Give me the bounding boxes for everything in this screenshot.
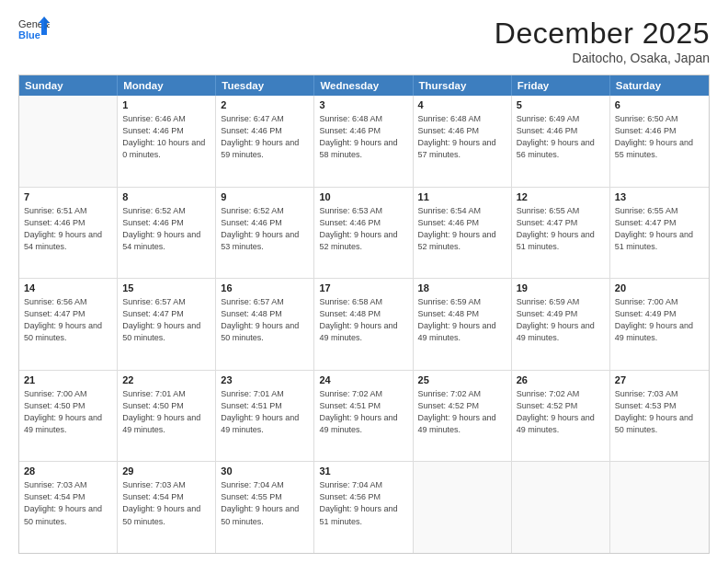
cal-header-day-monday: Monday [118,75,216,96]
cal-cell: 17 Sunrise: 6:58 AM Sunset: 4:48 PM Dayl… [314,279,413,370]
cell-info: Sunrise: 7:00 AM Sunset: 4:49 PM Dayligh… [615,296,704,344]
title-block: December 2025 Daitocho, Osaka, Japan [495,17,710,65]
cal-cell: 24 Sunrise: 7:02 AM Sunset: 4:51 PM Dayl… [314,371,413,462]
cal-cell: 20 Sunrise: 7:00 AM Sunset: 4:49 PM Dayl… [610,279,709,370]
cal-cell: 10 Sunrise: 6:53 AM Sunset: 4:46 PM Dayl… [314,188,413,279]
cell-day-number: 28 [24,465,112,477]
logo: General Blue [18,17,50,42]
cell-day-number: 8 [122,191,210,202]
cell-info: Sunrise: 6:57 AM Sunset: 4:48 PM Dayligh… [221,296,309,344]
cell-day-number: 26 [517,374,605,385]
cell-info: Sunrise: 7:04 AM Sunset: 4:55 PM Dayligh… [221,479,309,527]
cell-info: Sunrise: 6:47 AM Sunset: 4:46 PM Dayligh… [221,113,309,161]
cal-header-day-saturday: Saturday [610,75,709,96]
cell-info: Sunrise: 6:52 AM Sunset: 4:46 PM Dayligh… [221,205,309,253]
cell-info: Sunrise: 7:00 AM Sunset: 4:50 PM Dayligh… [24,388,112,436]
cal-week-5: 28 Sunrise: 7:03 AM Sunset: 4:54 PM Dayl… [19,462,709,553]
cal-cell: 29 Sunrise: 7:03 AM Sunset: 4:54 PM Dayl… [118,462,216,553]
cell-info: Sunrise: 7:03 AM Sunset: 4:53 PM Dayligh… [615,388,704,436]
cal-cell: 22 Sunrise: 7:01 AM Sunset: 4:50 PM Dayl… [118,371,216,462]
cal-cell [610,462,709,553]
cell-info: Sunrise: 7:01 AM Sunset: 4:51 PM Dayligh… [221,388,309,436]
cal-cell: 12 Sunrise: 6:55 AM Sunset: 4:47 PM Dayl… [512,188,610,279]
cell-info: Sunrise: 7:03 AM Sunset: 4:54 PM Dayligh… [24,479,112,527]
cal-cell: 25 Sunrise: 7:02 AM Sunset: 4:52 PM Dayl… [414,371,512,462]
cell-day-number: 27 [615,374,704,385]
cal-cell [512,462,610,553]
cell-info: Sunrise: 6:59 AM Sunset: 4:49 PM Dayligh… [517,296,605,344]
cell-info: Sunrise: 6:59 AM Sunset: 4:48 PM Dayligh… [418,296,506,344]
cell-day-number: 11 [418,191,506,202]
cal-week-1: 1 Sunrise: 6:46 AM Sunset: 4:46 PM Dayli… [19,96,709,188]
title-month: December 2025 [495,17,710,51]
cell-info: Sunrise: 6:48 AM Sunset: 4:46 PM Dayligh… [418,113,506,161]
cell-day-number: 14 [24,282,112,293]
cell-day-number: 17 [319,282,407,293]
cal-cell: 5 Sunrise: 6:49 AM Sunset: 4:46 PM Dayli… [512,96,610,187]
cell-info: Sunrise: 6:55 AM Sunset: 4:47 PM Dayligh… [615,205,704,253]
cell-info: Sunrise: 6:55 AM Sunset: 4:47 PM Dayligh… [517,205,605,253]
cal-week-3: 14 Sunrise: 6:56 AM Sunset: 4:47 PM Dayl… [19,279,709,371]
calendar-body: 1 Sunrise: 6:46 AM Sunset: 4:46 PM Dayli… [19,96,709,553]
cal-cell: 13 Sunrise: 6:55 AM Sunset: 4:47 PM Dayl… [610,188,709,279]
cell-info: Sunrise: 6:54 AM Sunset: 4:46 PM Dayligh… [418,205,506,253]
cal-cell: 9 Sunrise: 6:52 AM Sunset: 4:46 PM Dayli… [216,188,314,279]
cell-info: Sunrise: 6:52 AM Sunset: 4:46 PM Dayligh… [122,205,210,253]
cell-day-number: 25 [418,374,506,385]
cal-week-2: 7 Sunrise: 6:51 AM Sunset: 4:46 PM Dayli… [19,188,709,280]
cell-day-number: 10 [319,191,407,202]
cal-cell: 2 Sunrise: 6:47 AM Sunset: 4:46 PM Dayli… [216,96,314,187]
cal-header-day-wednesday: Wednesday [314,75,413,96]
cal-cell: 26 Sunrise: 7:02 AM Sunset: 4:52 PM Dayl… [512,371,610,462]
cal-header-day-tuesday: Tuesday [216,75,314,96]
cell-info: Sunrise: 6:53 AM Sunset: 4:46 PM Dayligh… [319,205,407,253]
cell-day-number: 21 [24,374,112,385]
cal-cell: 11 Sunrise: 6:54 AM Sunset: 4:46 PM Dayl… [414,188,512,279]
cell-info: Sunrise: 6:50 AM Sunset: 4:46 PM Dayligh… [615,113,704,161]
cell-info: Sunrise: 6:46 AM Sunset: 4:46 PM Dayligh… [122,113,210,161]
cell-day-number: 16 [221,282,309,293]
cell-day-number: 15 [122,282,210,293]
cal-cell: 6 Sunrise: 6:50 AM Sunset: 4:46 PM Dayli… [610,96,709,187]
cell-day-number: 30 [221,465,309,477]
cal-cell [19,96,118,187]
cal-header-day-thursday: Thursday [414,75,512,96]
cell-day-number: 18 [418,282,506,293]
cell-day-number: 7 [24,191,112,202]
cal-cell: 7 Sunrise: 6:51 AM Sunset: 4:46 PM Dayli… [19,188,118,279]
cal-cell: 30 Sunrise: 7:04 AM Sunset: 4:55 PM Dayl… [216,462,314,553]
cell-day-number: 3 [319,99,407,110]
cell-info: Sunrise: 7:04 AM Sunset: 4:56 PM Dayligh… [319,479,407,527]
cell-day-number: 20 [615,282,704,293]
cell-info: Sunrise: 6:49 AM Sunset: 4:46 PM Dayligh… [517,113,605,161]
cal-week-4: 21 Sunrise: 7:00 AM Sunset: 4:50 PM Dayl… [19,371,709,463]
cal-cell: 28 Sunrise: 7:03 AM Sunset: 4:54 PM Dayl… [19,462,118,553]
cal-cell: 21 Sunrise: 7:00 AM Sunset: 4:50 PM Dayl… [19,371,118,462]
cal-cell: 14 Sunrise: 6:56 AM Sunset: 4:47 PM Dayl… [19,279,118,370]
title-location: Daitocho, Osaka, Japan [495,51,710,65]
cal-cell [414,462,512,553]
cell-info: Sunrise: 6:51 AM Sunset: 4:46 PM Dayligh… [24,205,112,253]
cell-day-number: 29 [122,465,210,477]
cell-info: Sunrise: 6:57 AM Sunset: 4:47 PM Dayligh… [122,296,210,344]
cal-cell: 1 Sunrise: 6:46 AM Sunset: 4:46 PM Dayli… [118,96,216,187]
cal-cell: 27 Sunrise: 7:03 AM Sunset: 4:53 PM Dayl… [610,371,709,462]
cell-info: Sunrise: 6:48 AM Sunset: 4:46 PM Dayligh… [319,113,407,161]
cal-cell: 18 Sunrise: 6:59 AM Sunset: 4:48 PM Dayl… [414,279,512,370]
cell-info: Sunrise: 7:02 AM Sunset: 4:52 PM Dayligh… [517,388,605,436]
cell-day-number: 5 [517,99,605,110]
cell-day-number: 1 [122,99,210,110]
cal-cell: 3 Sunrise: 6:48 AM Sunset: 4:46 PM Dayli… [314,96,413,187]
cell-day-number: 22 [122,374,210,385]
cal-cell: 31 Sunrise: 7:04 AM Sunset: 4:56 PM Dayl… [314,462,413,553]
cell-day-number: 4 [418,99,506,110]
cal-cell: 23 Sunrise: 7:01 AM Sunset: 4:51 PM Dayl… [216,371,314,462]
cell-day-number: 19 [517,282,605,293]
cell-day-number: 6 [615,99,704,110]
cell-day-number: 13 [615,191,704,202]
cell-day-number: 31 [319,465,407,477]
cell-info: Sunrise: 6:56 AM Sunset: 4:47 PM Dayligh… [24,296,112,344]
cell-day-number: 9 [221,191,309,202]
logo-svg: General Blue [18,17,50,42]
cal-header-day-friday: Friday [512,75,610,96]
